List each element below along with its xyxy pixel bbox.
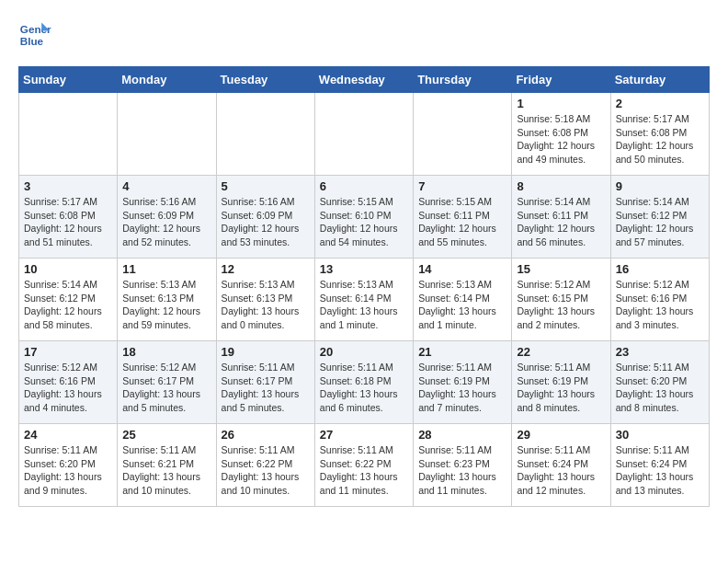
calendar-cell: 8Sunrise: 5:14 AM Sunset: 6:11 PM Daylig…: [512, 176, 610, 259]
calendar-cell: 11Sunrise: 5:13 AM Sunset: 6:13 PM Dayli…: [118, 259, 216, 341]
day-number: 8: [517, 179, 605, 193]
header-tuesday: Tuesday: [216, 67, 314, 93]
calendar-cell: 10Sunrise: 5:14 AM Sunset: 6:12 PM Dayli…: [19, 259, 118, 341]
day-number: 17: [24, 345, 112, 359]
day-info: Sunrise: 5:14 AM Sunset: 6:11 PM Dayligh…: [517, 195, 605, 249]
calendar-header-row: SundayMondayTuesdayWednesdayThursdayFrid…: [19, 67, 710, 93]
logo: General Blue: [18, 18, 51, 52]
day-number: 13: [320, 262, 408, 276]
calendar-cell: 21Sunrise: 5:11 AM Sunset: 6:19 PM Dayli…: [414, 341, 512, 424]
day-info: Sunrise: 5:11 AM Sunset: 6:21 PM Dayligh…: [122, 443, 210, 498]
header-thursday: Thursday: [414, 67, 512, 93]
calendar-cell: [216, 93, 314, 176]
day-info: Sunrise: 5:17 AM Sunset: 6:08 PM Dayligh…: [616, 112, 704, 167]
day-info: Sunrise: 5:11 AM Sunset: 6:22 PM Dayligh…: [222, 443, 310, 498]
calendar-cell: 6Sunrise: 5:15 AM Sunset: 6:10 PM Daylig…: [314, 176, 413, 259]
logo-icon: General Blue: [18, 18, 51, 52]
calendar-cell: 7Sunrise: 5:15 AM Sunset: 6:11 PM Daylig…: [414, 176, 512, 259]
calendar-cell: 27Sunrise: 5:11 AM Sunset: 6:22 PM Dayli…: [314, 424, 413, 507]
day-info: Sunrise: 5:11 AM Sunset: 6:24 PM Dayligh…: [517, 443, 605, 498]
day-number: 24: [24, 428, 112, 442]
calendar-cell: 24Sunrise: 5:11 AM Sunset: 6:20 PM Dayli…: [19, 424, 118, 507]
day-number: 22: [517, 345, 605, 359]
header-saturday: Saturday: [610, 67, 709, 93]
calendar-cell: 15Sunrise: 5:12 AM Sunset: 6:15 PM Dayli…: [512, 259, 610, 341]
day-info: Sunrise: 5:11 AM Sunset: 6:20 PM Dayligh…: [24, 443, 112, 498]
day-info: Sunrise: 5:16 AM Sunset: 6:09 PM Dayligh…: [222, 195, 310, 249]
calendar-cell: 1Sunrise: 5:18 AM Sunset: 6:08 PM Daylig…: [512, 93, 610, 176]
day-info: Sunrise: 5:13 AM Sunset: 6:14 PM Dayligh…: [418, 278, 506, 332]
calendar-week-0: 1Sunrise: 5:18 AM Sunset: 6:08 PM Daylig…: [19, 93, 710, 176]
calendar-cell: 17Sunrise: 5:12 AM Sunset: 6:16 PM Dayli…: [19, 341, 118, 424]
calendar-cell: [19, 93, 118, 176]
calendar-cell: 2Sunrise: 5:17 AM Sunset: 6:08 PM Daylig…: [610, 93, 709, 176]
header-sunday: Sunday: [19, 67, 118, 93]
day-info: Sunrise: 5:14 AM Sunset: 6:12 PM Dayligh…: [616, 195, 704, 249]
day-info: Sunrise: 5:12 AM Sunset: 6:16 PM Dayligh…: [24, 361, 112, 415]
day-number: 28: [418, 428, 506, 442]
day-info: Sunrise: 5:13 AM Sunset: 6:13 PM Dayligh…: [222, 278, 310, 332]
day-number: 23: [616, 345, 704, 359]
header-wednesday: Wednesday: [314, 67, 413, 93]
day-number: 1: [517, 97, 605, 110]
day-number: 12: [222, 262, 310, 276]
calendar-table: SundayMondayTuesdayWednesdayThursdayFrid…: [18, 66, 710, 507]
calendar-week-2: 10Sunrise: 5:14 AM Sunset: 6:12 PM Dayli…: [19, 259, 710, 341]
day-info: Sunrise: 5:16 AM Sunset: 6:09 PM Dayligh…: [122, 195, 210, 249]
calendar-cell: 20Sunrise: 5:11 AM Sunset: 6:18 PM Dayli…: [314, 341, 413, 424]
day-number: 2: [616, 97, 704, 110]
calendar-cell: 3Sunrise: 5:17 AM Sunset: 6:08 PM Daylig…: [19, 176, 118, 259]
day-info: Sunrise: 5:18 AM Sunset: 6:08 PM Dayligh…: [517, 112, 605, 167]
calendar-cell: 4Sunrise: 5:16 AM Sunset: 6:09 PM Daylig…: [118, 176, 216, 259]
day-number: 3: [24, 179, 112, 193]
day-number: 20: [320, 345, 408, 359]
header-monday: Monday: [118, 67, 216, 93]
calendar-cell: [414, 93, 512, 176]
day-info: Sunrise: 5:13 AM Sunset: 6:14 PM Dayligh…: [320, 278, 408, 332]
svg-text:Blue: Blue: [20, 35, 44, 47]
day-info: Sunrise: 5:17 AM Sunset: 6:08 PM Dayligh…: [24, 195, 112, 249]
page-header: General Blue: [18, 18, 710, 52]
day-info: Sunrise: 5:11 AM Sunset: 6:19 PM Dayligh…: [418, 361, 506, 415]
day-info: Sunrise: 5:11 AM Sunset: 6:20 PM Dayligh…: [616, 361, 704, 415]
day-number: 27: [320, 428, 408, 442]
calendar-cell: 12Sunrise: 5:13 AM Sunset: 6:13 PM Dayli…: [216, 259, 314, 341]
day-number: 15: [517, 262, 605, 276]
calendar-cell: [314, 93, 413, 176]
calendar-cell: 22Sunrise: 5:11 AM Sunset: 6:19 PM Dayli…: [512, 341, 610, 424]
calendar-cell: 13Sunrise: 5:13 AM Sunset: 6:14 PM Dayli…: [314, 259, 413, 341]
day-info: Sunrise: 5:12 AM Sunset: 6:16 PM Dayligh…: [616, 278, 704, 332]
calendar-cell: 29Sunrise: 5:11 AM Sunset: 6:24 PM Dayli…: [512, 424, 610, 507]
header-friday: Friday: [512, 67, 610, 93]
calendar-cell: 23Sunrise: 5:11 AM Sunset: 6:20 PM Dayli…: [610, 341, 709, 424]
calendar-cell: 19Sunrise: 5:11 AM Sunset: 6:17 PM Dayli…: [216, 341, 314, 424]
calendar-cell: 30Sunrise: 5:11 AM Sunset: 6:24 PM Dayli…: [610, 424, 709, 507]
day-number: 19: [222, 345, 310, 359]
day-info: Sunrise: 5:11 AM Sunset: 6:19 PM Dayligh…: [517, 361, 605, 415]
day-info: Sunrise: 5:14 AM Sunset: 6:12 PM Dayligh…: [24, 278, 112, 332]
day-number: 14: [418, 262, 506, 276]
day-info: Sunrise: 5:15 AM Sunset: 6:11 PM Dayligh…: [418, 195, 506, 249]
day-info: Sunrise: 5:11 AM Sunset: 6:17 PM Dayligh…: [222, 361, 310, 415]
calendar-cell: [118, 93, 216, 176]
day-info: Sunrise: 5:11 AM Sunset: 6:18 PM Dayligh…: [320, 361, 408, 415]
day-number: 10: [24, 262, 112, 276]
day-info: Sunrise: 5:12 AM Sunset: 6:17 PM Dayligh…: [122, 361, 210, 415]
calendar-week-3: 17Sunrise: 5:12 AM Sunset: 6:16 PM Dayli…: [19, 341, 710, 424]
day-number: 18: [122, 345, 210, 359]
calendar-week-4: 24Sunrise: 5:11 AM Sunset: 6:20 PM Dayli…: [19, 424, 710, 507]
day-number: 25: [122, 428, 210, 442]
day-info: Sunrise: 5:11 AM Sunset: 6:23 PM Dayligh…: [418, 443, 506, 498]
calendar-cell: 25Sunrise: 5:11 AM Sunset: 6:21 PM Dayli…: [118, 424, 216, 507]
calendar-cell: 26Sunrise: 5:11 AM Sunset: 6:22 PM Dayli…: [216, 424, 314, 507]
day-number: 21: [418, 345, 506, 359]
calendar-week-1: 3Sunrise: 5:17 AM Sunset: 6:08 PM Daylig…: [19, 176, 710, 259]
day-number: 9: [616, 179, 704, 193]
calendar-cell: 28Sunrise: 5:11 AM Sunset: 6:23 PM Dayli…: [414, 424, 512, 507]
day-number: 4: [122, 179, 210, 193]
day-number: 11: [122, 262, 210, 276]
calendar-cell: 5Sunrise: 5:16 AM Sunset: 6:09 PM Daylig…: [216, 176, 314, 259]
day-number: 7: [418, 179, 506, 193]
calendar-cell: 16Sunrise: 5:12 AM Sunset: 6:16 PM Dayli…: [610, 259, 709, 341]
day-number: 6: [320, 179, 408, 193]
